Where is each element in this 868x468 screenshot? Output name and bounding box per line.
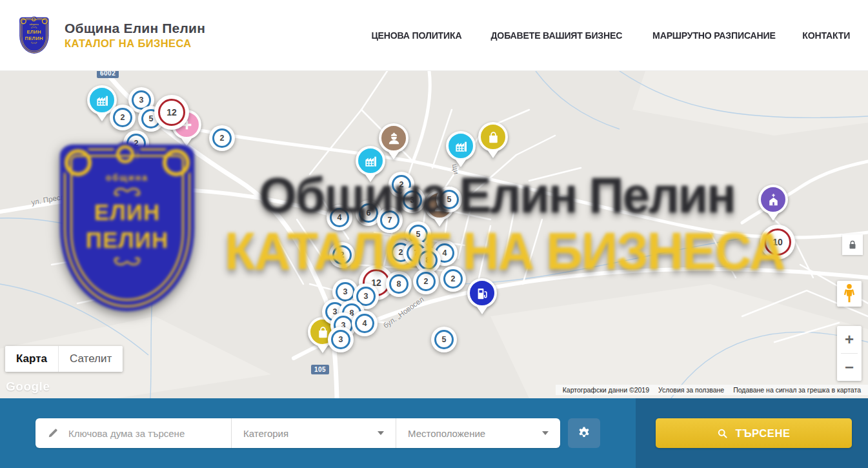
nav-item[interactable]: МАРШРУТНО РАЗПИСАНИЕ	[652, 30, 776, 41]
map-cluster-marker[interactable]: 2	[209, 125, 235, 151]
category-select[interactable]: Категория	[231, 418, 396, 448]
site-title: Община Елин Пелин	[65, 21, 205, 36]
chevron-down-icon	[378, 431, 384, 435]
zoom-in-button[interactable]: +	[837, 326, 862, 353]
gear-icon	[576, 425, 592, 441]
keyword-field-wrap	[35, 418, 231, 448]
site-subtitle: КАТАЛОГ НА БИЗНЕСА	[65, 37, 205, 50]
map-attribution-text: Картографски данни ©2019	[558, 386, 654, 394]
map-cluster-layer: 3251222235647522748128223338343510	[0, 71, 868, 398]
chevron-down-icon	[542, 431, 549, 435]
search-input-group: Категория Местоположение	[35, 418, 560, 448]
map-type-satellite-button[interactable]: Сателит	[58, 346, 123, 372]
site-logo[interactable]: община ЕЛИН ПЕЛИН Община Елин Пелин КАТА…	[18, 16, 205, 55]
location-select-label: Местоположение	[408, 428, 485, 439]
map-cluster-marker[interactable]: 4	[352, 310, 378, 336]
location-select[interactable]: Местоположение	[396, 418, 560, 448]
map-cluster-marker[interactable]: 8	[386, 271, 412, 297]
zoom-control: + −	[837, 326, 862, 381]
map-attribution-link[interactable]: Условия за ползване	[654, 386, 729, 394]
map-cluster-marker[interactable]: 3	[399, 187, 425, 213]
municipality-crest-icon: община ЕЛИН ПЕЛИН	[18, 16, 52, 55]
map-cluster-marker[interactable]: 7	[377, 207, 403, 233]
search-button[interactable]: ТЪРСЕНЕ	[656, 418, 852, 448]
map-attribution-link[interactable]: Подаване на сигнал за грешка в картата	[729, 386, 865, 394]
map-canvas[interactable]: ул. Преславбул. „Новоселщи 6002105 32512…	[0, 71, 868, 398]
map-type-control: Карта Сателит	[5, 346, 123, 372]
map-cluster-marker[interactable]: 4	[327, 205, 352, 230]
map-cluster-marker[interactable]: 2	[413, 269, 439, 294]
page: община ЕЛИН ПЕЛИН Община Елин Пелин КАТА…	[0, 0, 868, 468]
map-cluster-marker[interactable]: 2	[123, 130, 149, 156]
crest-word-elin: ЕЛИН	[27, 29, 41, 34]
lock-icon[interactable]	[842, 234, 863, 255]
map-type-map-button[interactable]: Карта	[5, 346, 58, 372]
header: община ЕЛИН ПЕЛИН Община Елин Пелин КАТА…	[0, 0, 868, 71]
google-logo[interactable]: Google	[6, 380, 50, 394]
map-cluster-marker[interactable]: 2	[110, 105, 136, 130]
map-cluster-marker[interactable]: 3	[328, 327, 354, 352]
search-icon	[717, 428, 728, 439]
map-cluster-marker[interactable]: 12	[154, 95, 189, 130]
map-cluster-marker[interactable]: 2	[440, 266, 466, 292]
map-cluster-marker[interactable]: 10	[760, 225, 795, 259]
nav-item[interactable]: ЦЕНОВА ПОЛИТИКА	[372, 30, 462, 41]
map-cluster-marker[interactable]: 2	[329, 242, 355, 268]
search-panel: Категория Местоположение ТЪРСЕНЕ	[0, 398, 868, 468]
crest-word-pelin: ПЕЛИН	[25, 36, 43, 41]
zoom-out-button[interactable]: −	[837, 354, 862, 381]
crest-word-obshtina: община	[30, 23, 39, 25]
keyword-input[interactable]	[67, 427, 218, 440]
nav-item[interactable]: КОНТАКТИ	[803, 30, 851, 41]
map-cluster-marker[interactable]: 5	[431, 327, 457, 352]
map-attribution: Картографски данни ©2019Условия за ползв…	[556, 385, 868, 395]
advanced-settings-button[interactable]	[568, 418, 600, 448]
search-button-label: ТЪРСЕНЕ	[735, 427, 790, 440]
map-cluster-marker[interactable]: 5	[436, 187, 462, 212]
logo-text: Община Елин Пелин КАТАЛОГ НА БИЗНЕСА	[65, 21, 205, 50]
main-nav: ЦЕНОВА ПОЛИТИКАДОБАВЕТЕ ВАШИЯТ БИЗНЕСМАР…	[368, 30, 852, 41]
pegman-control[interactable]	[837, 281, 862, 307]
pencil-icon	[47, 427, 59, 439]
category-select-label: Категория	[243, 428, 288, 439]
nav-item[interactable]: ДОБАВЕТЕ ВАШИЯТ БИЗНЕС	[490, 30, 622, 41]
